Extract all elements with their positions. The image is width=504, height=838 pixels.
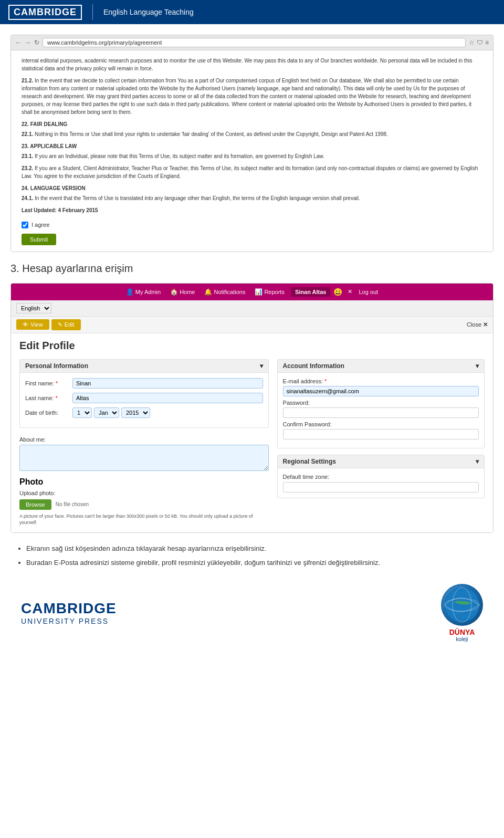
regional-settings-header: Regional Settings ▾: [278, 455, 484, 468]
nav-separator-x: ✕: [348, 288, 352, 295]
profile-editor-screenshot: 👤 My Admin 🏠 Home 🔔 Notifications 📊 Repo…: [10, 283, 494, 533]
dob-day-select[interactable]: 1: [72, 407, 92, 418]
footer-logos: CAMBRIDGE UNIVERSITY PRESS DÜNYA koleji: [10, 579, 494, 653]
language-bar: English: [11, 300, 493, 317]
dob-selects: 1 Jan 2015: [72, 407, 150, 418]
upload-label: Upload photo:: [19, 490, 56, 496]
browser-screenshot: ← → ↻ www.cambridgelms.org/primary/p/agr…: [10, 35, 494, 252]
last-name-label: Last name: *: [25, 395, 72, 401]
language-select[interactable]: English: [16, 303, 51, 313]
browser-document-content: internal editorial purposes, academic re…: [11, 50, 493, 252]
last-name-input[interactable]: [72, 393, 263, 403]
account-info-body: E-mail address: * Password: Confirm Pa: [278, 373, 484, 448]
section-22-1-title: 22.1.: [22, 131, 33, 137]
dunya-globe-icon: [441, 584, 483, 626]
regional-toggle-icon[interactable]: ▾: [476, 458, 479, 465]
email-input[interactable]: [283, 386, 479, 396]
confirm-password-label: Confirm Password:: [283, 421, 479, 427]
menu-icon[interactable]: ≡: [485, 39, 489, 46]
view-edit-left: 👁 View ✎ Edit: [16, 319, 81, 330]
photo-hint: A picture of your face. Pictures can't b…: [19, 513, 269, 526]
account-info-title: Account Information: [283, 362, 344, 370]
upload-row: Upload photo:: [19, 490, 269, 496]
dob-year-select[interactable]: 2015: [121, 407, 150, 418]
close-label: Close: [467, 321, 481, 328]
view-edit-toolbar: 👁 View ✎ Edit Close ✕: [11, 317, 493, 333]
para-21-2: 21.2. In the event that we decide to col…: [22, 77, 482, 116]
agree-row: I agree: [22, 221, 482, 229]
forward-icon[interactable]: →: [25, 39, 31, 46]
star-icon[interactable]: ☆: [469, 39, 475, 46]
shield-icon[interactable]: 🛡: [477, 39, 483, 46]
close-button[interactable]: Close ✕: [467, 321, 488, 328]
email-row: E-mail address: *: [283, 378, 479, 396]
para-24-1: 24.1. In the event that the Terms of Use…: [22, 194, 482, 202]
main-content: ← → ↻ www.cambridgelms.org/primary/p/agr…: [0, 24, 504, 658]
nav-myadmin[interactable]: 👤 My Admin: [123, 287, 164, 297]
section-22-1-text: Nothing in this Terms or Use shall limit…: [35, 131, 388, 137]
user-name-badge[interactable]: Sinan Altas: [291, 287, 331, 297]
para-23-2: 23.2. If you are a Student, Client Admin…: [22, 164, 482, 180]
logout-label: Log out: [359, 289, 378, 295]
svg-point-0: [445, 588, 479, 622]
edit-label: Edit: [65, 321, 75, 328]
timezone-row: Default time zone:: [283, 474, 479, 480]
first-name-input[interactable]: [72, 378, 263, 389]
cambridge-footer-sub: UNIVERSITY PRESS: [21, 617, 117, 625]
timezone-input[interactable]: [283, 482, 479, 493]
refresh-icon[interactable]: ↻: [34, 39, 39, 46]
view-button[interactable]: 👁 View: [16, 319, 49, 330]
confirm-password-input[interactable]: [283, 429, 479, 439]
cambridge-footer-logo: CAMBRIDGE UNIVERSITY PRESS: [21, 600, 117, 625]
edit-profile-title: Edit Profile: [19, 340, 485, 352]
password-input[interactable]: [283, 407, 479, 418]
nav-logout[interactable]: Log out: [355, 287, 381, 297]
nav-myadmin-label: My Admin: [135, 289, 161, 295]
edit-profile-body: Edit Profile Personal Information ▾: [11, 333, 493, 532]
agree-checkbox[interactable]: [22, 222, 28, 228]
header-divider: [92, 4, 93, 20]
about-me-textarea[interactable]: [19, 445, 269, 471]
para-1: internal editorial purposes, academic re…: [22, 57, 482, 72]
account-info-section: Account Information ▾ E-mail address: *: [277, 359, 485, 448]
lms-navbar: 👤 My Admin 🏠 Home 🔔 Notifications 📊 Repo…: [11, 284, 493, 300]
edit-button[interactable]: ✎ Edit: [51, 319, 81, 330]
cambridge-logo: CAMBRIDGE: [8, 5, 82, 20]
about-me-label: About me:: [19, 436, 269, 443]
first-name-required: *: [56, 380, 58, 386]
section-23-title: 23. APPLICABLE LAW: [22, 142, 482, 150]
nav-reports-label: Reports: [264, 289, 285, 295]
nav-notifications[interactable]: 🔔 Notifications: [201, 287, 248, 297]
nav-home[interactable]: 🏠 Home: [167, 287, 198, 297]
cambridge-footer-name: CAMBRIDGE: [21, 600, 117, 617]
agree-label: I agree: [32, 221, 49, 229]
dunya-text: DÜNYA: [441, 628, 483, 636]
para-22-1: 22.1. Nothing in this Terms or Use shall…: [22, 130, 482, 138]
section-23-2-title: 23.2.: [22, 165, 33, 171]
dob-row: Date of birth: 1 Jan 2015: [25, 407, 263, 418]
browser-toolbar-icons: ☆ 🛡 ≡: [469, 39, 489, 46]
section-23-1-title: 23.1.: [22, 153, 33, 159]
account-info-header: Account Information ▾: [278, 360, 484, 373]
home-icon: 🏠: [170, 288, 178, 296]
submit-button[interactable]: Submit: [22, 234, 56, 245]
section-23-1-text: If you are an Individual, please note th…: [35, 153, 324, 159]
personal-info-toggle-icon[interactable]: ▾: [260, 362, 263, 370]
personal-info-title: Personal Information: [25, 362, 88, 370]
dunya-sub: koleji: [441, 636, 483, 642]
email-label: E-mail address: *: [283, 378, 479, 384]
last-name-row: Last name: *: [25, 393, 263, 403]
bullet-list: Ekranın sağ üst köşesinden adınıza tıkla…: [16, 543, 488, 568]
browser-url-bar[interactable]: www.cambridgelms.org/primary/p/agreement: [43, 38, 466, 47]
password-label: Password:: [283, 400, 479, 406]
dunya-logo: DÜNYA koleji: [441, 584, 483, 642]
section-3-heading: 3. Hesap ayarlarına erişim: [10, 263, 494, 275]
dob-month-select[interactable]: Jan: [94, 407, 119, 418]
browse-button[interactable]: Browse: [19, 499, 51, 510]
back-icon[interactable]: ←: [15, 39, 22, 46]
account-info-toggle-icon[interactable]: ▾: [476, 362, 479, 370]
email-required: *: [324, 378, 327, 384]
edit-icon: ✎: [58, 321, 62, 328]
nav-reports[interactable]: 📊 Reports: [251, 287, 288, 297]
upload-controls: Browse No file chosen: [19, 499, 269, 510]
